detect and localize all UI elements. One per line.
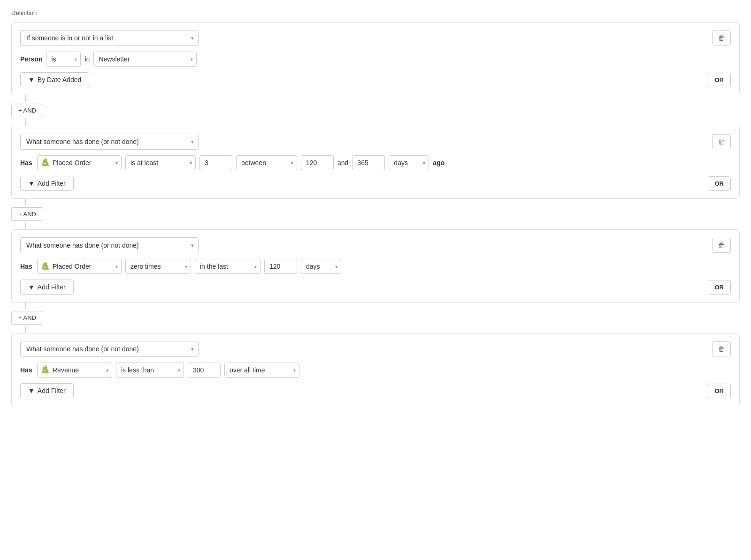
condition-select-wrap-4: is less than is at least is exactly is g… [116, 363, 184, 378]
time-condition-wrap-2: between in the last before after over al… [236, 155, 297, 170]
condition-select-2[interactable]: is at least is exactly is greater than i… [125, 155, 196, 170]
count-input-3[interactable] [264, 259, 297, 274]
unit-select-wrap-2: days weeks months ▾ [389, 155, 429, 170]
person-condition-select[interactable]: is is not [46, 52, 81, 67]
action-select-4[interactable]: Revenue Placed Order Viewed Product [37, 363, 112, 378]
delete-button-3[interactable]: 🗑 [712, 238, 731, 253]
count-input-4[interactable] [188, 363, 221, 378]
main-select-4[interactable]: What someone has done (or not done) If s… [20, 341, 199, 357]
add-filter-label-3: Add Filter [38, 283, 66, 291]
delete-button-2[interactable]: 🗑 [712, 134, 731, 149]
main-select-2[interactable]: What someone has done (or not done) If s… [20, 134, 199, 150]
add-filter-button-4[interactable]: ▼ Add Filter [20, 383, 74, 398]
or-button-1[interactable]: OR [708, 73, 731, 87]
main-select-wrap-1: If someone is in or not in a list What s… [20, 30, 199, 46]
condition-block-4: What someone has done (or not done) If s… [11, 333, 740, 406]
action-select-wrap-3: Placed Order Viewed Product Added to Car… [37, 259, 122, 274]
add-filter-button-3[interactable]: ▼ Add Filter [20, 280, 74, 295]
main-select-wrap-2: What someone has done (or not done) If s… [20, 134, 199, 150]
and-button-3[interactable]: + AND [11, 311, 43, 325]
action-select-wrap-4: Revenue Placed Order Viewed Product ▾ [37, 363, 112, 378]
main-select-1[interactable]: If someone is in or not in a list What s… [20, 30, 199, 46]
main-select-wrap-4: What someone has done (or not done) If s… [20, 341, 199, 357]
condition-block-2: What someone has done (or not done) If s… [11, 126, 740, 199]
has-label-2: Has [20, 159, 33, 166]
or-button-4[interactable]: OR [708, 384, 731, 398]
filter-icon-3: ▼ [28, 283, 35, 291]
condition-block-3: What someone has done (or not done) If s… [11, 229, 740, 303]
or-button-2[interactable]: OR [708, 176, 731, 191]
unit-select-3[interactable]: days weeks months [301, 259, 341, 274]
and-button-1[interactable]: + AND [11, 104, 43, 117]
unit-select-2[interactable]: days weeks months [389, 155, 429, 170]
filter-icon: ▼ [28, 76, 35, 83]
ago-label-2: ago [433, 159, 444, 166]
range-end-input-2[interactable] [352, 155, 385, 170]
definition-label: Definition [11, 9, 740, 16]
delete-button-4[interactable]: 🗑 [712, 341, 731, 356]
condition-select-4[interactable]: is less than is at least is exactly is g… [116, 363, 184, 378]
unit-select-wrap-3: days weeks months ▾ [301, 259, 341, 274]
condition-select-wrap-3: zero times is at least is exactly is gre… [125, 259, 191, 274]
time-condition-wrap-3: in the last between before after over al… [195, 259, 261, 274]
and-connector-3: + AND [11, 303, 740, 333]
range-start-input-2[interactable] [301, 155, 334, 170]
in-label: in [84, 55, 90, 63]
action-select-2[interactable]: Placed Order Viewed Product Added to Car… [37, 155, 122, 170]
and-button-2[interactable]: + AND [11, 207, 43, 221]
condition-select-wrap-2: is at least is exactly is greater than i… [125, 155, 196, 170]
filter-icon-2: ▼ [28, 180, 35, 187]
condition-block-1: If someone is in or not in a list What s… [11, 22, 740, 95]
action-select-3[interactable]: Placed Order Viewed Product Added to Car… [37, 259, 122, 274]
person-condition-wrap: is is not ▾ [46, 52, 81, 67]
time-condition-select-3[interactable]: in the last between before after over al… [195, 259, 261, 274]
has-label-4: Has [20, 366, 33, 374]
by-date-added-label: By Date Added [38, 76, 81, 83]
time-condition-select-2[interactable]: between in the last before after over al… [236, 155, 297, 170]
list-select-wrap: Newsletter VIP Subscribers ▾ [93, 52, 197, 67]
add-filter-label-2: Add Filter [38, 180, 66, 187]
condition-select-3[interactable]: zero times is at least is exactly is gre… [125, 259, 191, 274]
and-connector-2: + AND [11, 199, 740, 229]
time-condition-select-4[interactable]: over all time in the last between before… [224, 363, 299, 378]
person-label: Person [20, 55, 42, 63]
list-select[interactable]: Newsletter VIP Subscribers [93, 52, 197, 67]
time-condition-wrap-4: over all time in the last between before… [224, 363, 299, 378]
and-connector-1: + AND [11, 95, 740, 126]
add-filter-button-2[interactable]: ▼ Add Filter [20, 176, 74, 191]
main-select-wrap-3: What someone has done (or not done) If s… [20, 237, 199, 253]
has-label-3: Has [20, 263, 33, 270]
action-select-wrap-2: Placed Order Viewed Product Added to Car… [37, 155, 122, 170]
main-select-3[interactable]: What someone has done (or not done) If s… [20, 237, 199, 253]
or-button-3[interactable]: OR [708, 280, 731, 295]
filter-icon-4: ▼ [28, 387, 35, 394]
count-input-2[interactable] [199, 155, 232, 170]
delete-button-1[interactable]: 🗑 [712, 30, 731, 45]
by-date-added-button[interactable]: ▼ By Date Added [20, 72, 89, 87]
and-text-2: and [337, 159, 348, 166]
add-filter-label-4: Add Filter [38, 387, 66, 394]
